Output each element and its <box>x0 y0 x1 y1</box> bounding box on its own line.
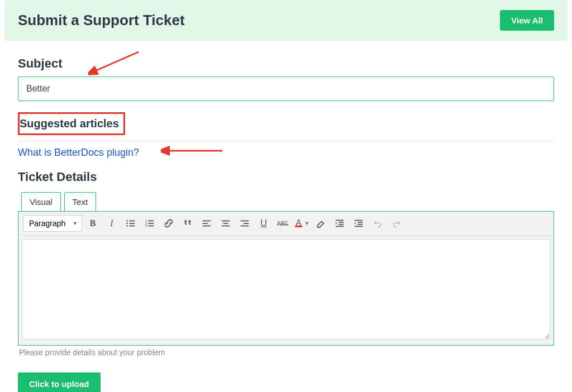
annotation-arrow-icon <box>161 145 228 156</box>
align-center-icon <box>221 218 231 228</box>
svg-rect-14 <box>203 221 211 222</box>
editor-tabs: Visual Text <box>18 192 554 211</box>
svg-rect-27 <box>355 220 363 221</box>
underline-button[interactable]: U <box>255 215 272 232</box>
clear-format-button[interactable] <box>312 215 329 232</box>
redo-button[interactable] <box>388 215 405 232</box>
editor-container: Paragraph B I 123 <box>18 211 554 346</box>
svg-point-6 <box>126 225 128 227</box>
ticket-details-heading: Ticket Details <box>18 170 554 184</box>
svg-rect-30 <box>355 226 363 227</box>
annotation-arrow-icon <box>88 49 144 77</box>
svg-rect-19 <box>222 226 230 227</box>
tab-text[interactable]: Text <box>64 192 97 211</box>
link-icon <box>164 218 174 228</box>
eraser-icon <box>316 218 326 228</box>
svg-rect-17 <box>222 221 230 222</box>
view-all-button[interactable]: View All <box>500 10 554 31</box>
strikethrough-button[interactable]: ABC <box>274 215 291 232</box>
text-color-button[interactable]: A ▼ <box>293 215 310 232</box>
svg-rect-25 <box>339 224 344 225</box>
indent-button[interactable] <box>350 215 367 232</box>
svg-point-4 <box>126 223 128 224</box>
suggested-articles-highlight: Suggested articles <box>18 112 125 135</box>
align-left-button[interactable] <box>198 215 215 232</box>
link-button[interactable] <box>160 215 177 232</box>
svg-rect-24 <box>339 222 344 223</box>
bold-button[interactable]: B <box>84 215 101 232</box>
outdent-button[interactable] <box>331 215 348 232</box>
tab-visual[interactable]: Visual <box>21 192 61 211</box>
quote-icon <box>183 218 193 228</box>
align-left-icon <box>202 218 212 228</box>
outdent-icon <box>335 218 345 228</box>
page-title: Submit a Support Ticket <box>18 12 185 29</box>
svg-rect-29 <box>358 224 363 225</box>
undo-button[interactable] <box>369 215 386 232</box>
align-right-button[interactable] <box>236 215 253 232</box>
ticket-details-helper: Please provide details about your proble… <box>18 348 554 357</box>
suggested-article-link[interactable]: What is BetterDocs plugin? <box>18 147 139 159</box>
svg-point-2 <box>126 220 128 222</box>
numbered-list-icon: 123 <box>145 218 155 228</box>
svg-rect-18 <box>223 223 228 224</box>
align-right-icon <box>240 218 250 228</box>
svg-rect-15 <box>203 223 208 224</box>
svg-rect-3 <box>129 221 135 222</box>
suggested-articles-heading: Suggested articles <box>20 117 119 130</box>
svg-rect-22 <box>241 226 249 227</box>
bullet-list-button[interactable] <box>122 215 139 232</box>
svg-rect-16 <box>203 226 211 227</box>
page-header: Submit a Support Ticket View All <box>4 0 568 41</box>
bullet-list-icon <box>126 218 136 228</box>
svg-line-0 <box>94 52 139 71</box>
numbered-list-button[interactable]: 123 <box>141 215 158 232</box>
redo-icon <box>392 218 402 228</box>
svg-rect-21 <box>244 223 249 224</box>
align-center-button[interactable] <box>217 215 234 232</box>
italic-button[interactable]: I <box>103 215 120 232</box>
svg-rect-20 <box>241 221 249 222</box>
svg-text:3: 3 <box>145 224 147 227</box>
ticket-details-editor[interactable] <box>22 239 550 340</box>
svg-rect-11 <box>148 223 154 224</box>
blockquote-button[interactable] <box>179 215 196 232</box>
svg-rect-26 <box>336 226 344 227</box>
svg-rect-13 <box>148 226 154 227</box>
svg-rect-28 <box>358 222 363 223</box>
undo-icon <box>373 218 383 228</box>
editor-toolbar: Paragraph B I 123 <box>18 212 554 236</box>
svg-rect-7 <box>129 226 135 227</box>
subject-input[interactable] <box>18 77 554 101</box>
svg-rect-23 <box>336 220 344 221</box>
divider <box>18 141 554 141</box>
format-select[interactable]: Paragraph <box>23 215 82 232</box>
upload-button[interactable]: Click to upload <box>18 372 101 392</box>
indent-icon <box>354 218 364 228</box>
svg-rect-9 <box>148 221 154 222</box>
svg-rect-5 <box>129 223 135 224</box>
